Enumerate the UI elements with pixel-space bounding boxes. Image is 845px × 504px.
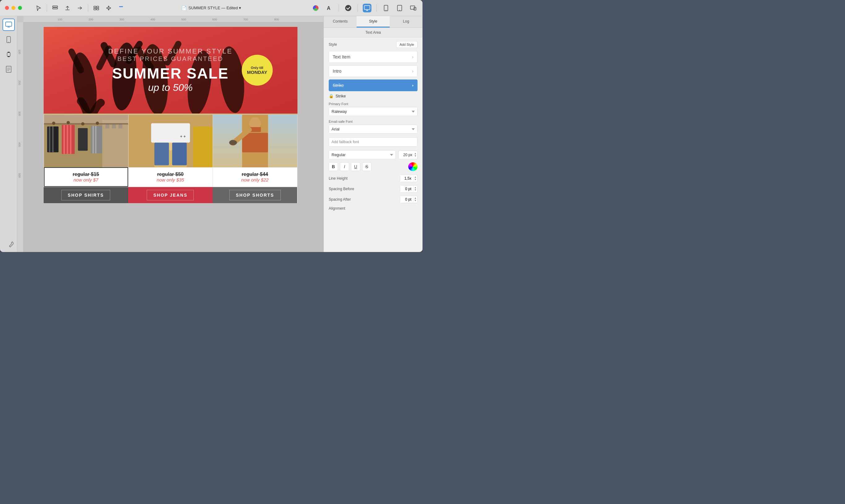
style-item-strike[interactable]: Strike › [329, 79, 417, 91]
sidebar-watch-icon[interactable] [2, 48, 15, 60]
left-sidebar [0, 16, 17, 252]
product-info-shirts: regular $15 now only $7 [44, 167, 128, 187]
line-height-stepper: ▲ ▼ [413, 175, 417, 181]
primary-font-select[interactable]: Raleway [329, 107, 417, 116]
spacing-before-stepper: ▲ ▼ [413, 186, 417, 192]
size-stepper: ▲ ▼ [414, 152, 417, 158]
lh-down-icon[interactable]: ▼ [414, 178, 417, 181]
toolbar-right: A [311, 4, 417, 12]
ruler-v-300: 300 [18, 111, 21, 116]
shirts-regular-price: regular $15 [50, 172, 123, 177]
phone-view-icon[interactable] [382, 4, 390, 12]
spacing-after-input[interactable] [400, 196, 413, 203]
title-bar-center: 📄 SUMMER STYLE — Edited ▾ [182, 5, 241, 11]
style-item-text-item[interactable]: Text Item › [329, 51, 417, 63]
svg-point-18 [8, 42, 9, 42]
hero-tagline2: BEST PRICES GUARANTEED [117, 55, 223, 62]
svg-rect-52 [154, 143, 169, 165]
font-size-input[interactable] [399, 151, 414, 159]
sidebar-monitor-icon[interactable] [2, 19, 15, 31]
tab-style[interactable]: Style [357, 16, 390, 28]
format-buttons-row: B I U S [329, 162, 417, 171]
ruler-tick-600: 600 [212, 18, 217, 21]
shop-buttons: SHOP SHIRTS SHOP JEANS SHOP SHORTS [44, 187, 297, 203]
product-col-jeans: ✦✦ regular $50 now only $35 [128, 114, 213, 187]
hero-tagline1: DEFINE YOUR SUMMER STYLE [108, 47, 233, 55]
svg-rect-51 [151, 123, 190, 143]
forward-icon[interactable] [75, 4, 84, 12]
ruler-tick-300: 300 [120, 18, 124, 21]
canvas-scroll-area[interactable]: DEFINE YOUR SUMMER STYLE BEST PRICES GUA… [17, 22, 324, 252]
spacing-before-input[interactable] [400, 185, 413, 192]
monitor-view-icon[interactable] [363, 4, 372, 12]
responsive-view-icon[interactable] [409, 4, 417, 12]
line-height-input[interactable] [400, 175, 413, 182]
shop-shorts-btn[interactable]: SHOP SHORTS [213, 187, 297, 203]
upload-icon[interactable] [63, 4, 72, 12]
font-controls-row: Regular ▲ ▼ [329, 150, 417, 159]
products-section: regular $15 now only $7 [44, 114, 297, 187]
sidebar-phone-icon[interactable] [2, 33, 15, 46]
svg-rect-34 [67, 125, 68, 154]
style-section-label: Style [329, 42, 337, 47]
minimize-button[interactable] [12, 6, 16, 10]
spacing-before-control: ▲ ▼ [400, 185, 417, 193]
svg-point-46 [67, 121, 70, 124]
text-tool-icon[interactable] [117, 4, 125, 12]
main-window: 📄 SUMMER STYLE — Edited ▾ A [0, 0, 422, 252]
spacing-after-control: ▲ ▼ [400, 196, 417, 203]
fallback-font-button[interactable]: Add fallback font [329, 137, 417, 147]
svg-rect-5 [97, 8, 99, 10]
layers-icon[interactable] [51, 4, 59, 12]
add-style-button[interactable]: Add Style [396, 41, 417, 48]
maximize-button[interactable] [18, 6, 22, 10]
hero-sale-title: SUMMER SALE [112, 65, 229, 82]
font-icon[interactable]: A [325, 4, 334, 12]
bottom-wrench-icon[interactable] [8, 241, 15, 249]
ruler-tick-500: 500 [182, 18, 186, 21]
colors-icon[interactable] [311, 4, 320, 12]
svg-point-8 [345, 5, 351, 11]
strikethrough-button[interactable]: S [362, 162, 372, 171]
color-wheel[interactable] [408, 162, 417, 171]
close-button[interactable] [5, 6, 9, 10]
chevron-icon: › [412, 54, 414, 59]
tab-contents[interactable]: Contents [324, 16, 357, 28]
spacing-after-row: Spacing After ▲ ▼ [329, 196, 417, 203]
svg-rect-59 [242, 133, 268, 152]
font-weight-select[interactable]: Regular [329, 150, 396, 159]
alignment-row: Alignment [329, 206, 417, 211]
shop-shirts-btn[interactable]: SHOP SHIRTS [44, 187, 128, 203]
style-item-intro[interactable]: Intro › [329, 65, 417, 77]
shirts-sale-price: now only $7 [50, 177, 123, 182]
email-safe-select[interactable]: Arial [329, 125, 417, 133]
tablet-view-icon[interactable] [395, 4, 404, 12]
shop-jeans-btn[interactable]: SHOP JEANS [128, 187, 213, 203]
canvas-area: 100 200 300 400 500 600 700 800 100 200 … [17, 16, 324, 252]
svg-rect-55 [193, 126, 213, 167]
underline-button[interactable]: U [351, 162, 360, 171]
tab-log[interactable]: Log [390, 16, 422, 28]
size-down-icon[interactable]: ▼ [414, 155, 417, 157]
italic-button[interactable]: I [340, 162, 349, 171]
line-height-label: Line Height [329, 176, 348, 181]
ruler-tick-700: 700 [243, 18, 248, 21]
grid-align-icon[interactable] [92, 4, 101, 12]
panel-section-title: Text Area [324, 28, 422, 37]
ruler-tick-800: 800 [274, 18, 279, 21]
spacing-after-stepper: ▲ ▼ [413, 196, 417, 202]
product-col-shirts: regular $15 now only $7 [44, 114, 128, 187]
spacing-before-row: Spacing Before ▲ ▼ [329, 185, 417, 193]
separator5 [376, 4, 377, 12]
separator2 [88, 4, 88, 12]
sa-down-icon[interactable]: ▼ [414, 199, 417, 202]
panel-body: Style Add Style Text Item › Intro › Stri… [324, 37, 422, 252]
ruler-tick-200: 200 [88, 18, 93, 21]
check-icon[interactable] [344, 4, 352, 12]
bold-button[interactable]: B [329, 162, 338, 171]
arrow-tool-icon[interactable] [34, 4, 43, 12]
sidebar-document-icon[interactable] [2, 63, 15, 75]
move-icon[interactable] [104, 4, 113, 12]
svg-rect-4 [94, 8, 96, 10]
sb-down-icon[interactable]: ▼ [414, 189, 417, 192]
